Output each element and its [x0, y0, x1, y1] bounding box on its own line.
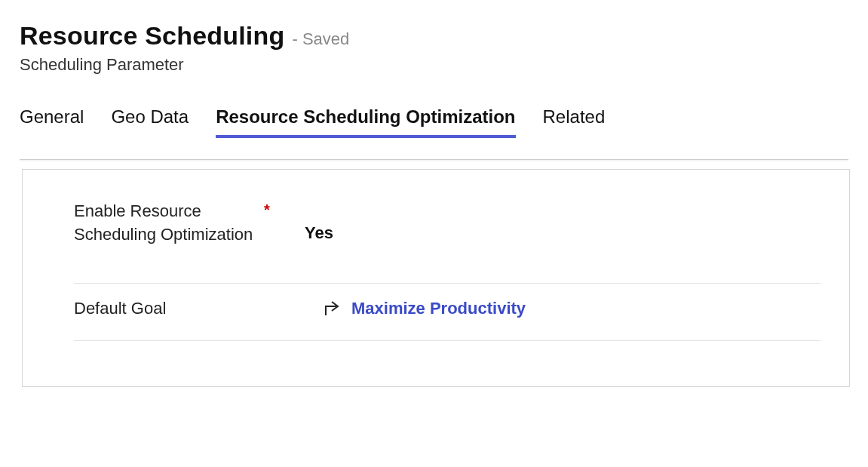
tab-general[interactable]: General	[20, 106, 84, 138]
tab-resource-scheduling-optimization[interactable]: Resource Scheduling Optimization	[216, 106, 515, 138]
tab-related[interactable]: Related	[543, 106, 606, 138]
enable-rso-label: Enable Resource Scheduling Optimization	[74, 200, 262, 247]
divider	[20, 159, 848, 160]
saved-status: - Saved	[292, 29, 349, 49]
field-default-goal: Default Goal Maximize Productivity	[74, 284, 820, 341]
default-goal-link[interactable]: Maximize Productivity	[351, 299, 526, 318]
lookup-arrow-icon	[320, 299, 341, 318]
default-goal-label: Default Goal	[74, 297, 262, 321]
required-indicator: *	[264, 200, 270, 219]
entity-type-label: Scheduling Parameter	[20, 55, 848, 75]
enable-rso-value[interactable]: Yes	[305, 200, 820, 266]
field-enable-rso: Enable Resource Scheduling Optimization …	[74, 197, 820, 284]
default-goal-value[interactable]: Maximize Productivity	[302, 299, 526, 318]
form-panel: Enable Resource Scheduling Optimization …	[22, 169, 850, 387]
page-title: Resource Scheduling	[20, 21, 284, 51]
tab-geo-data[interactable]: Geo Data	[111, 106, 189, 138]
tab-bar: General Geo Data Resource Scheduling Opt…	[20, 106, 848, 138]
